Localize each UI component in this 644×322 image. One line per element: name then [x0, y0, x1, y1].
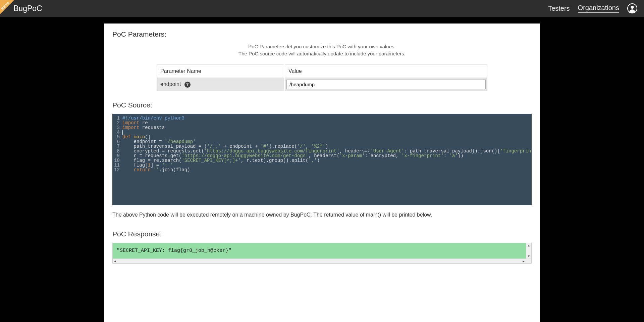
table-row: endpoint ? — [157, 78, 487, 91]
param-col-value: Value — [285, 64, 487, 78]
parameters-subtext: PoC Parameters let you customize this Po… — [112, 43, 532, 57]
line-number: 9 — [112, 153, 122, 158]
response-vertical-scrollbar[interactable]: ▲ ▼ — [526, 243, 531, 259]
main-scroll[interactable]: PoC Parameters: PoC Parameters let you c… — [104, 24, 540, 322]
beta-label: BETA — [0, 0, 14, 14]
main-panel: PoC Parameters: PoC Parameters let you c… — [104, 24, 540, 322]
code-content[interactable]: encrypted = requests.get('https://doggo-… — [122, 149, 532, 153]
beta-ribbon: BETA — [0, 0, 14, 14]
scroll-left-icon[interactable]: ◄ — [113, 259, 117, 264]
param-name-cell: endpoint ? — [157, 78, 284, 91]
code-note: The above Python code will be executed r… — [112, 212, 532, 218]
code-content[interactable]: endpoint = '/heapdump' — [122, 139, 532, 144]
param-col-name: Parameter Name — [157, 64, 284, 78]
line-number: 1 — [112, 116, 122, 121]
code-content[interactable] — [122, 130, 532, 135]
help-icon[interactable]: ? — [184, 82, 191, 88]
parameters-heading: PoC Parameters: — [112, 30, 532, 38]
code-line[interactable]: 6 endpoint = '/heapdump' — [112, 139, 532, 144]
code-content[interactable]: import re — [122, 121, 532, 125]
line-number: 5 — [112, 135, 122, 139]
line-number: 2 — [112, 121, 122, 125]
nav-right: Testers Organizations — [548, 3, 637, 13]
line-number: 7 — [112, 144, 122, 149]
nav-link-testers[interactable]: Testers — [548, 5, 570, 12]
code-content[interactable]: #!/usr/bin/env python3 — [122, 116, 532, 121]
parameters-table: Parameter Name Value endpoint ? — [156, 64, 488, 91]
line-number: 11 — [112, 163, 122, 168]
code-content[interactable]: r = requests.get('https://doggo-api.bugg… — [122, 153, 532, 158]
code-line[interactable]: 11 flag[1] = ': ' — [112, 163, 532, 168]
code-content[interactable]: flag[1] = ': ' — [122, 163, 532, 168]
code-line[interactable]: 9 r = requests.get('https://doggo-api.bu… — [112, 153, 532, 158]
code-content[interactable]: return ''.join(flag) — [122, 168, 532, 172]
line-number: 3 — [112, 125, 122, 130]
param-value-cell — [285, 78, 487, 91]
scroll-down-icon[interactable]: ▼ — [526, 254, 531, 259]
line-number: 12 — [112, 168, 122, 172]
scroll-right-icon[interactable]: ► — [521, 259, 526, 264]
code-line[interactable]: 8 encrypted = requests.get('https://dogg… — [112, 149, 532, 153]
code-editor[interactable]: 1#!/usr/bin/env python32import re3import… — [112, 114, 532, 205]
param-value-input[interactable] — [286, 80, 486, 89]
code-line[interactable]: 1#!/usr/bin/env python3 — [112, 116, 532, 121]
code-line[interactable]: 7 path_traversal_payload = ('/..' + endp… — [112, 144, 532, 149]
code-line[interactable]: 2import re — [112, 121, 532, 125]
response-heading: PoC Response: — [112, 230, 532, 238]
code-line[interactable]: 5def main(): — [112, 135, 532, 139]
scroll-up-icon[interactable]: ▲ — [526, 243, 531, 248]
response-container: "SECRET_API_KEY: flag{gr8_job_h@cker}" ▲… — [112, 243, 532, 264]
line-number: 8 — [112, 149, 122, 153]
line-number: 6 — [112, 139, 122, 144]
user-avatar-icon[interactable] — [627, 3, 637, 13]
source-heading: PoC Source: — [112, 101, 532, 109]
line-number: 4 — [112, 130, 122, 135]
response-horizontal-scrollbar[interactable]: ◄ ► — [113, 259, 531, 263]
code-content[interactable]: flag = re.search('SECRET_API_KEY[^;]+', … — [122, 158, 532, 163]
param-name: endpoint — [160, 81, 181, 87]
code-line[interactable]: 12 return ''.join(flag) — [112, 168, 532, 172]
code-content[interactable]: path_traversal_payload = ('/..' + endpoi… — [122, 144, 532, 149]
response-output[interactable]: "SECRET_API_KEY: flag{gr8_job_h@cker}" — [113, 243, 526, 259]
code-line[interactable]: 4 — [112, 130, 532, 135]
code-content[interactable]: def main(): — [122, 135, 532, 139]
top-navbar: BETA BugPoC Testers Organizations — [0, 0, 644, 17]
code-line[interactable]: 10 flag = re.search('SECRET_API_KEY[^;]+… — [112, 158, 532, 163]
nav-link-organizations[interactable]: Organizations — [578, 4, 619, 13]
brand-logo[interactable]: BugPoC — [13, 4, 42, 13]
code-line[interactable]: 3import requests — [112, 125, 532, 130]
line-number: 10 — [112, 158, 122, 163]
code-content[interactable]: import requests — [122, 125, 532, 130]
